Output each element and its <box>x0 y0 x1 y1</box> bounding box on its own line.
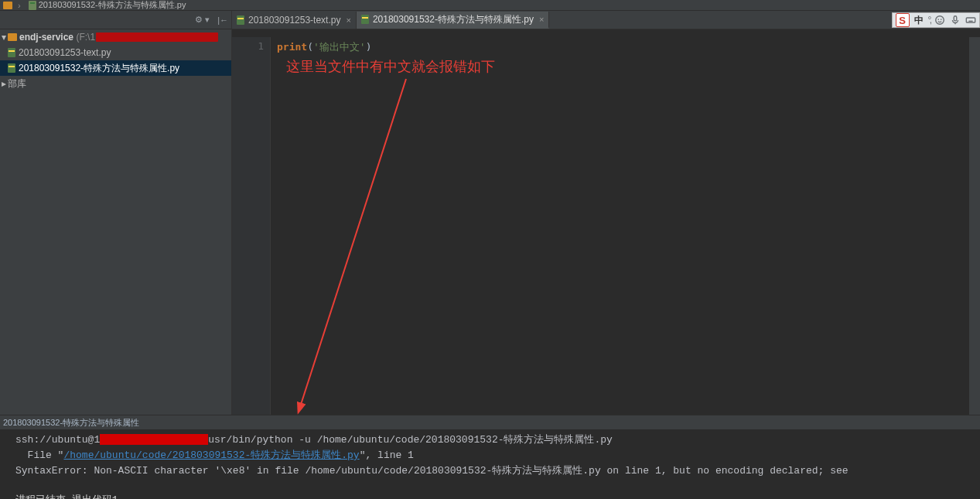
project-root[interactable]: ▾ endj-service (F:\1 <box>0 29 231 45</box>
editor-tabs: 201803091253-text.py × 201803091532-特殊方法… <box>232 11 980 29</box>
ime-face-icon[interactable] <box>934 15 945 26</box>
code-keyword: print <box>277 41 307 53</box>
python-file-icon <box>8 48 15 57</box>
console-line1-suffix: usr/bin/python -u /home/ubuntu/code/2018… <box>208 434 613 446</box>
close-icon[interactable]: × <box>539 15 544 24</box>
project-tree[interactable]: ▾ endj-service (F:\1 201803091253-text.p… <box>0 29 231 91</box>
python-file-icon <box>8 63 15 73</box>
console-line1-prefix: ssh://ubuntu@1 <box>15 434 100 446</box>
project-folder-icon <box>3 2 12 9</box>
ime-mic-icon[interactable] <box>950 15 961 26</box>
external-libraries[interactable]: ▸ 部库 <box>0 76 231 91</box>
svg-point-2 <box>937 19 939 20</box>
python-file-icon <box>29 1 36 10</box>
code-paren: ) <box>366 41 372 53</box>
ime-toolbar[interactable]: S 中 ° , <box>892 12 980 28</box>
collapse-icon[interactable]: |← <box>217 15 228 25</box>
run-title[interactable]: 201803091532-特殊方法与特殊属性 <box>0 415 980 429</box>
console-line2-suffix: ", line 1 <box>360 449 414 461</box>
vertical-scrollbar[interactable] <box>969 37 980 415</box>
console-file-link[interactable]: /home/ubuntu/code/201803091532-特殊方法与特殊属性… <box>63 449 359 461</box>
console-line2-prefix: File " <box>15 449 63 461</box>
breadcrumb-file[interactable]: 201803091532-特殊方法与特殊属性.py <box>39 0 186 11</box>
python-file-icon <box>361 15 369 24</box>
svg-rect-6 <box>966 18 975 22</box>
ime-punct-icon[interactable]: ° , <box>928 15 930 26</box>
ime-keyboard-icon[interactable] <box>965 15 976 26</box>
line-number: 1 <box>232 40 264 52</box>
svg-point-3 <box>941 19 942 20</box>
tab-file-1[interactable]: 201803091253-text.py × <box>232 12 357 29</box>
external-libraries-label: 部库 <box>8 77 26 91</box>
run-tool-window: 201803091532-特殊方法与特殊属性 ssh://ubuntu@1usr… <box>0 415 980 499</box>
ime-lang-button[interactable]: 中 <box>914 14 924 27</box>
folder-icon <box>8 33 17 41</box>
chevron-right-icon: › <box>18 1 21 10</box>
project-root-name: endj-service <box>19 32 73 43</box>
redacted-path <box>96 32 218 42</box>
svg-point-1 <box>936 16 944 25</box>
svg-line-0 <box>299 79 406 412</box>
code-paren: ( <box>307 41 313 53</box>
code-string: '输出中文' <box>313 41 366 53</box>
python-file-icon <box>237 15 244 25</box>
user-annotation-arrow <box>271 37 980 415</box>
editor-area: 201803091253-text.py × 201803091532-特殊方法… <box>232 11 980 415</box>
project-sidebar: ⚙ ▾ |← ▾ endj-service (F:\1 201803091253… <box>0 11 232 415</box>
sidebar-toolbar: ⚙ ▾ |← <box>0 11 231 29</box>
tree-file-2[interactable]: 201803091532-特殊方法与特殊属性.py <box>0 60 231 76</box>
redacted-host <box>100 434 208 445</box>
console-output[interactable]: ssh://ubuntu@1usr/bin/python -u /home/ub… <box>0 429 980 499</box>
tab-file-2[interactable]: 201803091532-特殊方法与特殊属性.py × <box>357 12 550 29</box>
project-root-path-prefix: (F:\1 <box>76 32 95 43</box>
gutter: 1 <box>232 37 271 415</box>
tab-label: 201803091253-text.py <box>248 15 340 26</box>
editor-body[interactable]: 1 print('输出中文') 这里当文件中有中文就会报错如下 <box>232 37 980 415</box>
code-area[interactable]: print('输出中文') 这里当文件中有中文就会报错如下 <box>271 37 969 415</box>
user-annotation-text: 这里当文件中有中文就会报错如下 <box>286 57 495 76</box>
console-line3: SyntaxError: Non-ASCII character '\xe8' … <box>15 465 849 477</box>
tree-file-1[interactable]: 201803091253-text.py <box>0 45 231 60</box>
tab-label: 201803091532-特殊方法与特殊属性.py <box>373 13 534 26</box>
gear-icon[interactable]: ⚙ ▾ <box>195 15 210 25</box>
close-icon[interactable]: × <box>346 15 350 25</box>
console-exit-line: 进程已结束,退出代码1 <box>15 493 980 499</box>
svg-rect-4 <box>954 16 957 21</box>
tree-file-2-label: 201803091532-特殊方法与特殊属性.py <box>19 62 179 75</box>
tree-file-1-label: 201803091253-text.py <box>19 47 111 58</box>
breadcrumb: › 201803091532-特殊方法与特殊属性.py <box>0 0 980 11</box>
ime-logo-icon[interactable]: S <box>896 13 910 27</box>
